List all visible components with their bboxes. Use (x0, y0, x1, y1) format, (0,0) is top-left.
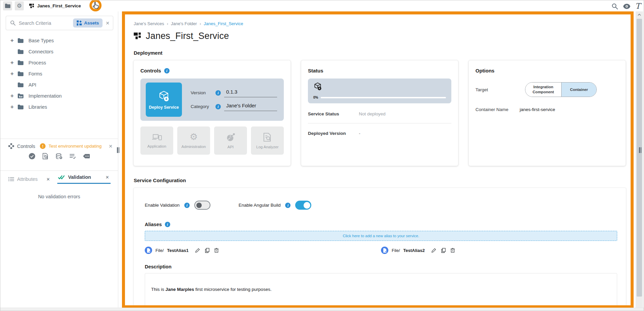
list-check-button[interactable] (70, 154, 76, 159)
copy-icon (205, 248, 209, 253)
panel-resize-handle[interactable] (639, 147, 642, 153)
controls-panel: Controls ! Test environment updating ✕ (0, 139, 118, 170)
tree-item-libraries[interactable]: + Libraries (0, 101, 118, 112)
bottom-edge-strip (0, 308, 644, 311)
file-alias-icon (145, 247, 152, 254)
tree-item-connectors[interactable]: Connectors (0, 46, 118, 57)
tree-item-api[interactable]: API (0, 79, 118, 90)
copy-alias-button[interactable] (205, 248, 209, 253)
add-alias-dropzone[interactable]: Click here to add a new alias to your se… (145, 231, 617, 241)
tree-item-forms[interactable]: + Forms (0, 68, 118, 79)
breadcrumb-janes-services[interactable]: Jane's Services (134, 21, 164, 26)
category-field: Category i Jane's Folder (191, 102, 277, 111)
edit-alias-button[interactable] (431, 248, 436, 253)
category-label: Category (191, 104, 212, 109)
alias-name: TestAlias1 (167, 248, 189, 253)
breadcrumb-current[interactable]: Janes_First_Service (204, 21, 243, 26)
service-tab[interactable]: Janes_First_Service (29, 3, 81, 8)
info-icon[interactable]: i (184, 203, 190, 208)
preview-button[interactable] (623, 4, 631, 9)
search-input[interactable]: Search Criteria (19, 20, 70, 26)
vertical-scrollbar[interactable] (636, 11, 643, 308)
expand-icon[interactable]: + (10, 37, 18, 44)
breadcrumb-janes-folder[interactable]: Jane's Folder (171, 21, 197, 26)
tree-item-label: Forms (28, 71, 42, 76)
open-folder-button[interactable] (3, 1, 12, 10)
log-analyzer-button[interactable]: Log Analyzer (251, 126, 284, 155)
clear-filter-icon[interactable]: ✕ (106, 21, 110, 25)
tree-item-label: Libraries (28, 104, 47, 110)
target-row: Target Integration Component Container (475, 82, 619, 97)
gear-icon: ⚙ (17, 3, 22, 9)
deploy-progress-panel: 0% (308, 79, 451, 103)
info-icon[interactable]: i (164, 68, 170, 73)
tree-item-process[interactable]: + Process (0, 57, 118, 68)
hand-cursor-icon (92, 2, 99, 9)
category-input[interactable]: Jane's Folder (224, 102, 277, 111)
target-option-integration-component[interactable]: Integration Component (525, 83, 562, 97)
description-input[interactable]: This is Jane Marples first microservice … (145, 273, 617, 308)
target-segmented-control: Integration Component Container (525, 82, 597, 97)
close-attributes-icon[interactable]: ✕ (46, 177, 50, 182)
expand-icon[interactable]: + (10, 104, 18, 110)
enable-angular-build-toggle[interactable] (295, 201, 311, 210)
description-text: This is (151, 287, 166, 292)
search-icon (611, 3, 618, 10)
database-clear-button[interactable] (56, 153, 62, 159)
assets-filter-chip[interactable]: Assets (73, 18, 103, 28)
status-card-title: Status (308, 68, 323, 73)
scrollbar-thumb[interactable] (637, 19, 642, 297)
label-button[interactable] (83, 154, 90, 158)
version-input[interactable]: 0.1.3 (224, 88, 277, 97)
doc-search-button[interactable] (43, 153, 48, 159)
api-button[interactable]: API (214, 126, 247, 155)
info-icon[interactable]: i (215, 104, 221, 109)
tab-validation-label: Validation (68, 174, 91, 180)
deploy-service-button[interactable]: Deploy Service (146, 83, 182, 117)
enable-validation-toggle[interactable] (194, 201, 210, 210)
close-controls-icon[interactable]: ✕ (109, 144, 113, 149)
tree-item-label: Implementation (28, 93, 62, 99)
copy-icon (441, 248, 446, 253)
container-name-value: janes-first-service (520, 107, 555, 112)
administration-icon: ⚙ (190, 133, 198, 142)
tree-item-implementation[interactable]: + Implementation (0, 90, 118, 101)
alias-type: File/ (392, 248, 400, 253)
top-toolbar: ⚙ Janes_First_Service T (0, 0, 644, 11)
scroll-up-button[interactable] (636, 11, 643, 18)
bottom-tabs-panel: Attributes ✕ Validation ✕ No validation … (0, 170, 118, 199)
target-option-container[interactable]: Container (562, 83, 596, 97)
folder-icon (18, 83, 23, 87)
delete-alias-button[interactable] (451, 248, 455, 253)
enable-validation-label: Enable Validation (145, 203, 180, 208)
deploy-panel: Deploy Service Version i 0.1.3 Category … (140, 79, 284, 121)
global-search-button[interactable] (611, 3, 618, 10)
service-status-label: Service Status (308, 111, 359, 116)
asset-tree: + Base Types Connectors + Process + Form… (0, 32, 118, 112)
delete-alias-button[interactable] (214, 248, 218, 253)
tab-validation[interactable]: Validation ✕ (57, 174, 110, 184)
info-icon[interactable]: i (165, 222, 170, 227)
sidebar-resize-handle[interactable] (117, 147, 120, 153)
application-button[interactable]: Application (140, 126, 173, 155)
alias-item-2: File/ TestAlias2 (381, 247, 617, 254)
progress-percent: 0% (313, 96, 318, 99)
info-icon[interactable]: i (215, 90, 221, 96)
expand-icon[interactable]: + (10, 59, 18, 66)
expand-icon[interactable]: + (10, 93, 18, 99)
search-criteria-box[interactable]: Search Criteria Assets ✕ (6, 16, 113, 30)
tab-attributes[interactable]: Attributes (8, 176, 38, 182)
left-sidebar: Search Criteria Assets ✕ + Base Types Co… (0, 11, 118, 308)
copy-alias-button[interactable] (441, 248, 446, 253)
close-validation-icon[interactable]: ✕ (106, 175, 109, 180)
settings-button[interactable]: ⚙ (15, 1, 24, 10)
tree-item-base-types[interactable]: + Base Types (0, 35, 118, 46)
edit-alias-button[interactable] (195, 248, 200, 253)
administration-button[interactable]: ⚙ Administration (177, 126, 210, 155)
trash-icon (451, 248, 455, 253)
tab-attributes-label: Attributes (17, 176, 38, 182)
validate-button[interactable] (29, 153, 35, 159)
expand-icon[interactable]: + (10, 70, 18, 77)
info-icon[interactable]: i (285, 203, 291, 208)
options-card-title: Options (475, 68, 495, 73)
